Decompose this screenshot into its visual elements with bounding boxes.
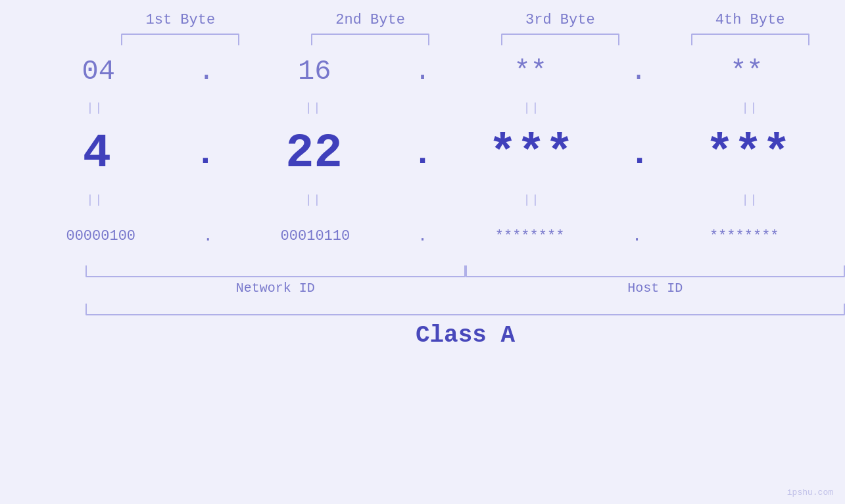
- top-brackets: [0, 34, 845, 45]
- top-bracket-2: [311, 34, 429, 45]
- hex-byte3-cell: **: [432, 56, 629, 87]
- bin-byte4: ********: [710, 228, 779, 244]
- top-bracket-1: [121, 34, 239, 45]
- hex-dot-2: .: [414, 56, 431, 87]
- bin-dot-1: .: [203, 226, 214, 246]
- bin-row: 2 BIN 00000100 . 00010110 . ******** . *…: [0, 210, 845, 262]
- byte-header-3: 3rd Byte: [466, 12, 656, 28]
- bracket-cell-1: [85, 34, 276, 45]
- bin-byte2: 00010110: [281, 228, 350, 244]
- eq1-cell1: ||: [0, 101, 190, 114]
- hex-byte1: 04: [82, 56, 114, 87]
- class-label: Class A: [416, 322, 515, 349]
- bracket-cell-2: [276, 34, 466, 45]
- byte-header-1: 1st Byte: [85, 12, 276, 28]
- network-bracket: [85, 265, 466, 277]
- hex-dot-1: .: [198, 56, 214, 87]
- equals-row-2: || || || ||: [0, 190, 845, 210]
- top-bracket-3: [501, 34, 619, 45]
- bin-byte1-cell: 00000100: [0, 228, 202, 244]
- bin-values: 00000100 . 00010110 . ******** . *******…: [0, 210, 845, 262]
- bin-byte3: ********: [495, 228, 565, 244]
- eq1-cell4: ||: [655, 101, 845, 114]
- hex-row: 16 HEX 04 . 16 . ** . **: [0, 45, 845, 98]
- host-bracket: [466, 265, 846, 277]
- byte-header-4: 4th Byte: [655, 12, 845, 28]
- dec-dot-3: .: [629, 135, 650, 173]
- dec-byte1-cell: 4: [0, 127, 194, 181]
- dec-byte2: 22: [285, 127, 342, 181]
- byte-header-2: 2nd Byte: [276, 12, 466, 28]
- dec-row: 10 DEC 4 . 22 . *** . ***: [0, 118, 845, 190]
- equals-row-1: || || || ||: [0, 98, 845, 118]
- bin-byte4-cell: ********: [643, 228, 845, 244]
- class-bracket: [85, 304, 845, 315]
- class-section: Class A: [0, 304, 845, 349]
- hex-values: 04 . 16 . ** . **: [0, 45, 845, 98]
- network-id-label: Network ID: [85, 281, 466, 296]
- eq2-cell1: ||: [0, 193, 190, 206]
- bottom-labels: Network ID Host ID: [85, 281, 845, 296]
- eq2-cell3: ||: [437, 193, 627, 206]
- dec-dot-1: .: [195, 135, 216, 173]
- eq1-cell3: ||: [437, 101, 627, 114]
- hex-byte2-cell: 16: [216, 56, 413, 87]
- bottom-section: Network ID Host ID: [0, 265, 845, 296]
- main-container: 1st Byte 2nd Byte 3rd Byte 4th Byte 16 H…: [0, 0, 845, 504]
- dec-byte3: ***: [489, 127, 574, 181]
- dec-dot-2: .: [412, 135, 433, 173]
- hex-byte3: **: [514, 56, 547, 87]
- bin-byte1: 00000100: [66, 228, 135, 244]
- eq2-cell4: ||: [655, 193, 845, 206]
- dec-byte4: ***: [706, 127, 791, 181]
- dec-byte4-cell: ***: [651, 127, 845, 181]
- bin-byte2-cell: 00010110: [214, 228, 416, 244]
- top-bracket-4: [691, 34, 809, 45]
- dec-byte1: 4: [83, 127, 111, 181]
- bin-dot-2: .: [418, 226, 428, 246]
- hex-dot-3: .: [630, 56, 646, 87]
- eq2-cell2: ||: [218, 193, 408, 206]
- dec-byte2-cell: 22: [217, 127, 411, 181]
- hex-byte4-cell: **: [648, 56, 845, 87]
- hex-byte2: 16: [298, 56, 331, 87]
- eq1-cell2: ||: [218, 101, 408, 114]
- byte-headers: 1st Byte 2nd Byte 3rd Byte 4th Byte: [0, 12, 845, 28]
- bin-byte3-cell: ********: [429, 228, 631, 244]
- host-id-label: Host ID: [466, 281, 846, 296]
- bin-dot-3: .: [632, 226, 642, 246]
- dec-byte3-cell: ***: [434, 127, 628, 181]
- bottom-brackets: [85, 265, 845, 277]
- hex-byte1-cell: 04: [0, 56, 197, 87]
- bracket-cell-3: [466, 34, 656, 45]
- bracket-cell-4: [655, 34, 845, 45]
- watermark: ipshu.com: [787, 488, 833, 497]
- hex-byte4: **: [730, 56, 763, 87]
- dec-values: 4 . 22 . *** . ***: [0, 118, 845, 190]
